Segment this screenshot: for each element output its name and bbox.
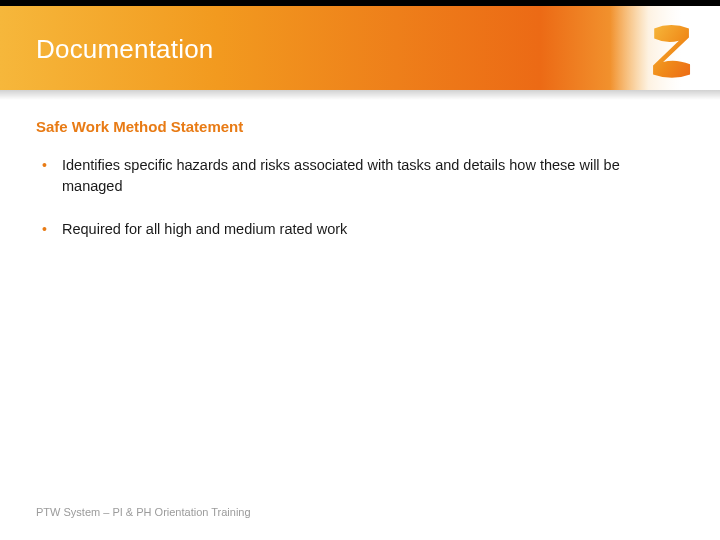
subheading: Safe Work Method Statement xyxy=(36,118,684,135)
footer-text: PTW System – PI & PH Orientation Trainin… xyxy=(36,506,251,518)
brand-logo xyxy=(636,10,706,94)
list-item: Required for all high and medium rated w… xyxy=(36,219,684,240)
slide-title: Documentation xyxy=(36,34,213,65)
bullet-list: Identifies specific hazards and risks as… xyxy=(36,155,684,240)
header-shadow xyxy=(0,90,720,100)
content-area: Safe Work Method Statement Identifies sp… xyxy=(36,118,684,262)
list-item: Identifies specific hazards and risks as… xyxy=(36,155,684,197)
z-logo-icon xyxy=(643,17,699,87)
